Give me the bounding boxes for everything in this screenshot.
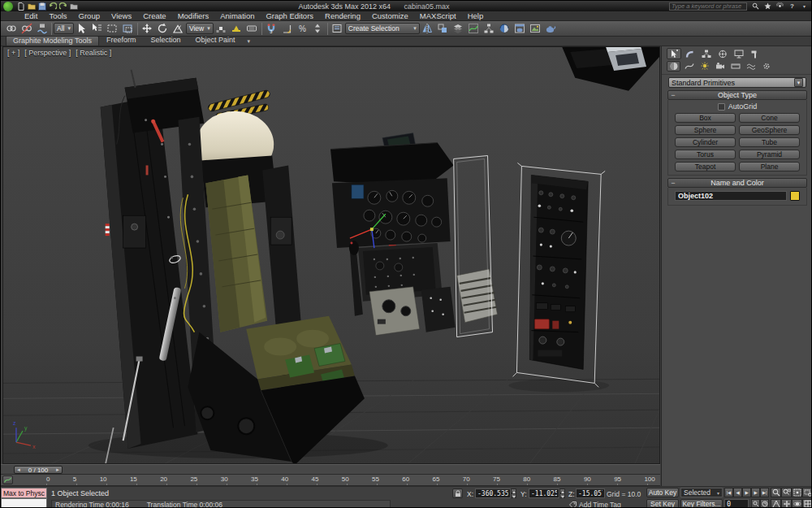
- selection-region-icon[interactable]: [105, 22, 120, 36]
- project-folder-icon[interactable]: [68, 2, 79, 11]
- material-editor-icon[interactable]: [497, 22, 512, 36]
- y-coordinate-field[interactable]: [529, 488, 559, 498]
- select-by-name-icon[interactable]: [89, 22, 105, 36]
- key-filters-button[interactable]: Key Filters...: [680, 499, 723, 508]
- time-slider-handle[interactable]: ◄ 0 / 100 ►: [14, 466, 63, 474]
- tab-display-icon[interactable]: [732, 48, 746, 59]
- orbit-icon[interactable]: [792, 499, 802, 508]
- select-object-icon[interactable]: [74, 22, 89, 36]
- category-geometry-icon[interactable]: [667, 61, 680, 72]
- tab-hierarchy-icon[interactable]: [699, 48, 714, 59]
- redo-icon[interactable]: [58, 2, 68, 11]
- perspective-viewport[interactable]: x y z [ + ] [ Perspective ] [ Realistic …: [2, 46, 660, 464]
- window-crossing-icon[interactable]: [120, 22, 136, 36]
- menu-help[interactable]: Help: [462, 11, 490, 21]
- x-coordinate-field[interactable]: [475, 488, 511, 498]
- box-button[interactable]: Box: [675, 113, 736, 123]
- help-icon[interactable]: ?: [787, 2, 797, 11]
- category-spacewarps-icon[interactable]: [744, 61, 758, 72]
- maxscript-mini-listener[interactable]: [1, 498, 47, 508]
- select-move-icon[interactable]: [140, 22, 155, 36]
- sphere-button[interactable]: Sphere: [675, 125, 736, 135]
- menu-modifiers[interactable]: Modifiers: [172, 11, 215, 21]
- tab-motion-icon[interactable]: [715, 48, 730, 59]
- unlink-icon[interactable]: [19, 22, 34, 36]
- spinner-snap-icon[interactable]: [310, 22, 326, 36]
- viewport-3d-scene[interactable]: x y z: [3, 47, 659, 463]
- time-config-icon[interactable]: [760, 499, 769, 508]
- set-key-button[interactable]: Set Key: [646, 499, 679, 508]
- geosphere-button[interactable]: GeoSphere: [739, 125, 800, 135]
- object-color-swatch[interactable]: [790, 191, 800, 201]
- render-setup-icon[interactable]: [512, 22, 528, 36]
- mirror-icon[interactable]: [420, 22, 435, 36]
- menu-edit[interactable]: Edit: [19, 11, 43, 21]
- key-mode-toggle-icon[interactable]: [751, 499, 760, 508]
- search-icon[interactable]: [750, 2, 761, 11]
- select-rotate-icon[interactable]: [155, 22, 171, 36]
- menu-animation[interactable]: Animation: [214, 11, 260, 21]
- app-logo-icon[interactable]: [3, 2, 13, 11]
- new-scene-icon[interactable]: [15, 2, 26, 11]
- maximize-viewport-icon[interactable]: [802, 499, 812, 508]
- plane-button[interactable]: Plane: [739, 162, 800, 172]
- goto-end-button[interactable]: ▶|: [760, 488, 769, 497]
- ribbon-tab-selection[interactable]: Selection: [143, 35, 188, 46]
- frame-forward-icon[interactable]: ►: [55, 467, 60, 472]
- menu-group[interactable]: Group: [73, 11, 106, 21]
- search-input[interactable]: [669, 2, 747, 11]
- zoom-icon[interactable]: [771, 488, 781, 497]
- x-spinner[interactable]: [511, 488, 516, 498]
- category-shapes-icon[interactable]: [682, 61, 696, 72]
- category-systems-icon[interactable]: [759, 61, 773, 72]
- bind-spacewarp-icon[interactable]: [34, 22, 50, 36]
- select-scale-icon[interactable]: [171, 22, 186, 36]
- tab-utilities-icon[interactable]: [748, 48, 762, 59]
- time-slider[interactable]: ◄ 0 / 100 ►: [1, 464, 660, 475]
- viewport-menu-view[interactable]: [ Perspective ]: [24, 49, 71, 57]
- layer-manager-icon[interactable]: [451, 22, 466, 36]
- ribbon-tab-freeform[interactable]: Freeform: [99, 35, 144, 46]
- ribbon-tab-object-paint[interactable]: Object Paint: [188, 35, 242, 46]
- cylinder-button[interactable]: Cylinder: [675, 137, 736, 147]
- category-cameras-icon[interactable]: [713, 61, 727, 72]
- angle-snap-icon[interactable]: [279, 22, 295, 36]
- menu-graph-editors[interactable]: Graph Editors: [260, 11, 319, 21]
- track-bar[interactable]: 0510152025303540455055606570758085909510…: [1, 475, 660, 486]
- goto-start-button[interactable]: |◀: [724, 488, 733, 497]
- coord-system-dropdown[interactable]: View▾: [186, 23, 214, 34]
- favorites-star-icon[interactable]: [762, 2, 773, 11]
- selection-lock-icon[interactable]: [452, 488, 463, 498]
- align-icon[interactable]: [435, 22, 451, 36]
- render-production-icon[interactable]: [543, 22, 559, 36]
- autogrid-checkbox[interactable]: [718, 103, 725, 111]
- select-link-icon[interactable]: [3, 22, 19, 36]
- side-console-model[interactable]: [529, 175, 588, 369]
- previous-frame-button[interactable]: ◀: [733, 488, 742, 497]
- schematic-view-icon[interactable]: [482, 22, 497, 36]
- snaps-toggle-icon[interactable]: 3: [264, 22, 279, 36]
- ribbon-tab-graphite[interactable]: Graphite Modeling Tools: [6, 36, 99, 46]
- z-coordinate-field[interactable]: [576, 488, 605, 498]
- object-name-input[interactable]: [675, 191, 787, 201]
- pyramid-button[interactable]: Pyramid: [739, 150, 800, 159]
- save-file-icon[interactable]: [37, 2, 47, 11]
- rollout-object-type-header[interactable]: − Object Type: [667, 90, 807, 100]
- curve-editor-icon[interactable]: [466, 22, 482, 36]
- torus-button[interactable]: Torus: [675, 150, 736, 159]
- percent-snap-icon[interactable]: %: [295, 22, 310, 36]
- menu-views[interactable]: Views: [106, 11, 137, 21]
- menu-create[interactable]: Create: [137, 11, 172, 21]
- tab-create-icon[interactable]: [667, 48, 681, 59]
- menu-maxscript[interactable]: MAXScript: [414, 11, 462, 21]
- category-helpers-icon[interactable]: [728, 61, 742, 72]
- tab-modify-icon[interactable]: [683, 48, 698, 59]
- zoom-region-icon[interactable]: [802, 488, 812, 497]
- auto-key-button[interactable]: Auto Key: [646, 488, 679, 497]
- selection-filter-dropdown[interactable]: All▾: [54, 23, 74, 34]
- current-frame-field[interactable]: [724, 499, 749, 508]
- pan-icon[interactable]: [781, 499, 792, 508]
- keyboard-override-icon[interactable]: [244, 22, 260, 36]
- field-of-view-icon[interactable]: [771, 499, 781, 508]
- named-selection-dropdown[interactable]: Create Selection▾: [345, 23, 420, 34]
